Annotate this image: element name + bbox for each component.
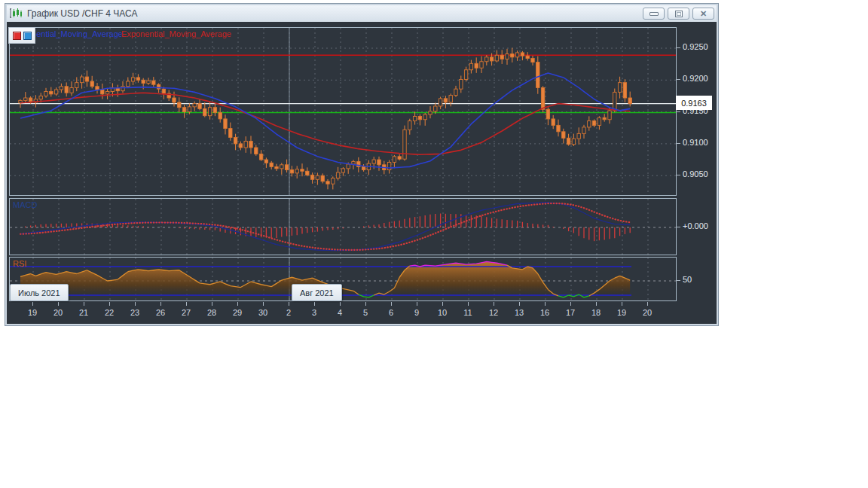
minimize-button[interactable] bbox=[643, 8, 665, 20]
time-tick-label: 5 bbox=[363, 308, 368, 317]
time-tick bbox=[135, 302, 136, 306]
time-tick bbox=[186, 302, 187, 306]
time-tick bbox=[519, 302, 520, 306]
time-tick-label: 17 bbox=[566, 308, 575, 317]
indicator-swatch-box[interactable] bbox=[8, 27, 35, 44]
macd-zero-label: +0.000 bbox=[683, 221, 708, 230]
price-tick-label: 0.9100 bbox=[683, 138, 708, 147]
restore-button[interactable] bbox=[668, 8, 689, 20]
time-tick-label: 19 bbox=[28, 308, 37, 317]
time-tick-label: 30 bbox=[258, 308, 267, 317]
time-tick-label: 29 bbox=[233, 308, 242, 317]
time-tick bbox=[365, 302, 366, 306]
time-tick-label: 26 bbox=[156, 308, 165, 317]
time-tick-label: 10 bbox=[438, 308, 447, 317]
axis-tick bbox=[676, 280, 680, 281]
price-tick-label: 0.9200 bbox=[683, 74, 708, 83]
time-tick bbox=[442, 302, 443, 306]
blue-swatch-icon[interactable] bbox=[23, 32, 32, 40]
time-tick-label: 6 bbox=[389, 308, 393, 317]
time-tick-label: 13 bbox=[515, 308, 524, 317]
axis-tick bbox=[676, 143, 680, 144]
time-tick-label: 23 bbox=[130, 308, 139, 317]
time-tick-label: 16 bbox=[540, 308, 549, 317]
time-tick bbox=[314, 302, 315, 306]
price-chart-panel[interactable] bbox=[9, 27, 677, 196]
rsi-label: RSI bbox=[13, 259, 26, 268]
legend-ema-red: Exponential_Moving_Average bbox=[121, 29, 231, 38]
time-tick bbox=[263, 302, 264, 306]
time-tick-label: 20 bbox=[53, 308, 63, 317]
month-button-july[interactable]: Июль 2021 bbox=[10, 284, 69, 301]
time-tick-label: 19 bbox=[617, 308, 626, 317]
time-tick-label: 20 bbox=[643, 308, 652, 317]
time-tick bbox=[109, 302, 110, 306]
axis-tick bbox=[676, 47, 680, 48]
time-tick bbox=[647, 302, 648, 306]
window-titlebar[interactable]: График USD /CHF 4 ЧАСА ✕ bbox=[7, 5, 717, 22]
axis-tick bbox=[676, 175, 680, 175]
time-tick bbox=[160, 302, 161, 306]
time-tick bbox=[391, 302, 392, 306]
time-tick-label: 11 bbox=[463, 308, 472, 317]
minimize-icon bbox=[649, 12, 659, 16]
chart-window: График USD /CHF 4 ЧАСА ✕ Exponential_Mov… bbox=[5, 3, 719, 326]
time-tick bbox=[417, 302, 417, 306]
time-tick bbox=[468, 302, 469, 306]
macd-panel[interactable] bbox=[9, 198, 677, 255]
macd-label: MACD bbox=[13, 200, 37, 209]
chart-content: Exponential_Moving_Average Exponential_M… bbox=[7, 22, 717, 324]
month-button-august[interactable]: Авг 2021 bbox=[292, 284, 342, 301]
time-tick bbox=[32, 302, 33, 306]
time-tick bbox=[570, 302, 571, 306]
rsi-panel[interactable] bbox=[9, 257, 677, 301]
time-tick-label: 22 bbox=[105, 308, 114, 317]
rsi-mid-label: 50 bbox=[683, 275, 692, 284]
time-tick-label: 18 bbox=[591, 308, 601, 317]
candlestick-chart-icon bbox=[9, 8, 23, 20]
price-tick-label: 0.9250 bbox=[683, 42, 708, 51]
time-tick bbox=[58, 302, 59, 306]
time-tick-label: 3 bbox=[312, 308, 316, 317]
time-tick bbox=[340, 302, 341, 306]
axis-tick bbox=[676, 227, 680, 227]
time-tick bbox=[212, 302, 212, 306]
close-button[interactable]: ✕ bbox=[692, 8, 714, 20]
time-tick-label: 4 bbox=[338, 308, 342, 317]
restore-icon bbox=[675, 11, 683, 17]
time-tick-label: 2 bbox=[286, 308, 291, 317]
axis-tick bbox=[676, 111, 680, 112]
time-tick-label: 12 bbox=[489, 308, 498, 317]
red-swatch-icon[interactable] bbox=[13, 32, 21, 40]
close-icon: ✕ bbox=[700, 10, 707, 18]
time-tick bbox=[289, 302, 289, 306]
time-tick bbox=[545, 302, 546, 306]
desktop-page: График USD /CHF 4 ЧАСА ✕ Exponential_Mov… bbox=[0, 0, 868, 488]
time-tick bbox=[622, 302, 622, 306]
time-tick bbox=[237, 302, 238, 306]
time-tick-label: 9 bbox=[414, 308, 419, 317]
time-tick bbox=[596, 302, 597, 306]
price-tick-label: 0.9050 bbox=[683, 169, 708, 178]
axis-tick bbox=[676, 79, 680, 80]
time-tick bbox=[84, 302, 84, 306]
time-tick-label: 28 bbox=[207, 308, 216, 317]
time-tick bbox=[494, 302, 494, 306]
current-price-box: 0.9163 bbox=[676, 96, 712, 110]
window-title: График USD /CHF 4 ЧАСА bbox=[27, 8, 137, 19]
time-tick-label: 21 bbox=[79, 308, 88, 317]
time-tick-label: 27 bbox=[182, 308, 191, 317]
